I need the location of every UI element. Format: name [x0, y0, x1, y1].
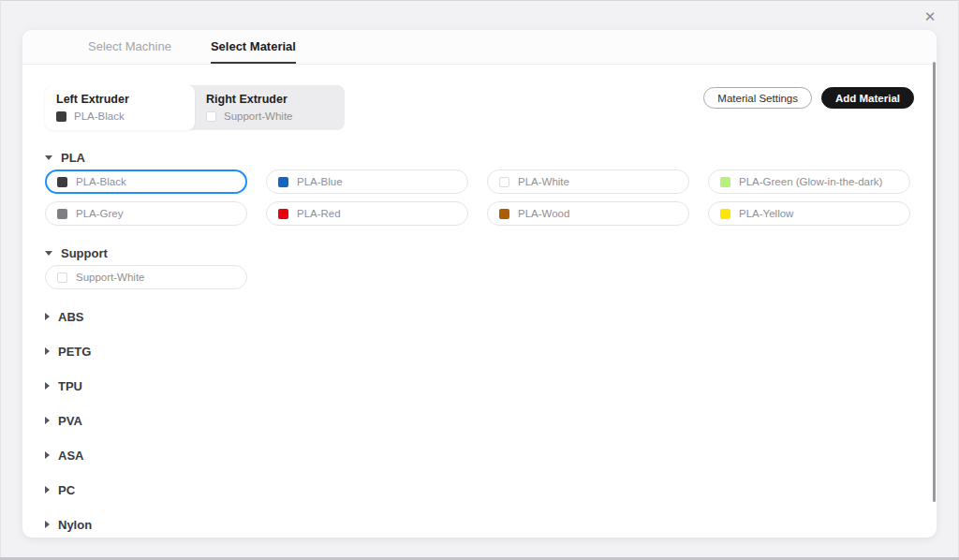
color-swatch — [206, 111, 216, 122]
material-grid: PLA-BlackPLA-BluePLA-WhitePLA-Green (Glo… — [45, 169, 912, 226]
section-toggle-abs[interactable]: ABS — [45, 310, 914, 323]
section-toggle-nylon[interactable]: Nylon — [45, 518, 914, 531]
section-label: PVA — [58, 414, 82, 428]
material-name: PLA-Red — [297, 208, 341, 219]
section-label: PETG — [58, 345, 91, 359]
section-toggle-pva[interactable]: PVA — [45, 414, 914, 427]
material-section-pla: PLAPLA-BlackPLA-BluePLA-WhitePLA-Green (… — [45, 151, 914, 226]
extruder-selector: Left Extruder PLA-Black Right Extruder S… — [45, 85, 345, 130]
chevron-right-icon — [45, 313, 50, 320]
material-pla-red[interactable]: PLA-Red — [266, 201, 468, 226]
material-settings-button[interactable]: Material Settings — [703, 87, 812, 109]
right-extruder-material: Support-White — [206, 111, 345, 122]
vertical-scrollbar[interactable] — [933, 62, 936, 502]
material-pla-green-glow-in-the-dark[interactable]: PLA-Green (Glow-in-the-dark) — [708, 169, 910, 194]
chevron-right-icon — [45, 417, 50, 424]
chevron-down-icon — [45, 251, 52, 256]
material-support-white[interactable]: Support-White — [45, 265, 247, 289]
material-pla-wood[interactable]: PLA-Wood — [487, 201, 689, 226]
color-swatch — [720, 177, 730, 187]
toolbar: Material Settings Add Material — [703, 87, 914, 109]
material-name: PLA-Green (Glow-in-the-dark) — [739, 176, 882, 187]
section-label: ASA — [58, 449, 83, 463]
close-icon[interactable]: ✕ — [921, 7, 939, 26]
material-pla-grey[interactable]: PLA-Grey — [45, 201, 247, 226]
material-name: PLA-Yellow — [739, 208, 793, 219]
chevron-right-icon — [45, 451, 50, 459]
chevron-right-icon — [45, 382, 50, 390]
material-grid: Support-White — [45, 265, 912, 289]
material-section-petg: PETG — [45, 345, 914, 358]
section-toggle-pc[interactable]: PC — [45, 483, 914, 496]
top-row: Left Extruder PLA-Black Right Extruder S… — [45, 85, 914, 130]
material-section-abs: ABS — [45, 310, 914, 323]
color-swatch — [57, 209, 67, 219]
material-name: PLA-Wood — [518, 208, 569, 219]
left-extruder-material: PLA-Black — [56, 111, 195, 122]
tab-select-machine[interactable]: Select Machine — [88, 30, 171, 64]
material-dialog: Select Machine Select Material Left Extr… — [22, 30, 937, 538]
material-section-nylon: Nylon — [45, 518, 914, 531]
section-label: ABS — [58, 310, 83, 324]
section-toggle-petg[interactable]: PETG — [45, 345, 914, 358]
add-material-button[interactable]: Add Material — [821, 87, 914, 109]
material-section-tpu: TPU — [45, 379, 914, 392]
left-extruder-title: Left Extruder — [56, 93, 195, 106]
material-pla-yellow[interactable]: PLA-Yellow — [708, 201, 910, 226]
chevron-right-icon — [45, 347, 50, 355]
material-name: PLA-Blue — [297, 176, 343, 187]
section-label: PLA — [61, 151, 85, 165]
material-pla-blue[interactable]: PLA-Blue — [266, 169, 468, 194]
color-swatch — [278, 209, 288, 219]
material-section-pc: PC — [45, 483, 914, 496]
section-label: Support — [61, 246, 108, 260]
tab-select-material[interactable]: Select Material — [211, 30, 296, 64]
window-top-edge — [0, 0, 959, 1]
section-toggle-asa[interactable]: ASA — [45, 449, 914, 462]
right-extruder-card[interactable]: Right Extruder Support-White — [195, 85, 345, 130]
right-extruder-title: Right Extruder — [206, 93, 345, 106]
material-section-support: SupportSupport-White — [45, 246, 914, 289]
material-section-asa: ASA — [45, 449, 914, 462]
window-left-edge — [0, 0, 1, 560]
color-swatch — [499, 209, 509, 219]
material-name: Support-White — [76, 272, 145, 283]
material-sections: PLAPLA-BlackPLA-BluePLA-WhitePLA-Green (… — [45, 151, 914, 531]
material-pla-black[interactable]: PLA-Black — [45, 169, 247, 194]
material-name: PLA-Black — [74, 111, 125, 122]
color-swatch — [499, 177, 509, 187]
chevron-down-icon — [45, 155, 52, 160]
section-toggle-pla[interactable]: PLA — [45, 151, 914, 164]
material-pla-white[interactable]: PLA-White — [487, 169, 689, 194]
section-label: PC — [58, 483, 75, 497]
material-name: PLA-Black — [76, 176, 126, 187]
dialog-header: Select Machine Select Material — [22, 30, 937, 65]
color-swatch — [57, 273, 67, 283]
color-swatch — [278, 177, 288, 187]
color-swatch — [57, 177, 67, 187]
material-name: PLA-Grey — [76, 208, 124, 219]
color-swatch — [720, 209, 730, 219]
color-swatch — [56, 111, 66, 122]
section-toggle-tpu[interactable]: TPU — [45, 379, 914, 392]
left-extruder-card[interactable]: Left Extruder PLA-Black — [45, 85, 195, 130]
material-section-pva: PVA — [45, 414, 914, 427]
material-name: PLA-White — [518, 176, 569, 187]
section-label: TPU — [58, 379, 82, 393]
section-label: Nylon — [58, 518, 92, 532]
material-name: Support-White — [224, 111, 293, 122]
section-toggle-support[interactable]: Support — [45, 246, 914, 259]
chevron-right-icon — [45, 486, 50, 494]
dialog-body: Left Extruder PLA-Black Right Extruder S… — [22, 65, 937, 531]
chevron-right-icon — [45, 521, 50, 528]
